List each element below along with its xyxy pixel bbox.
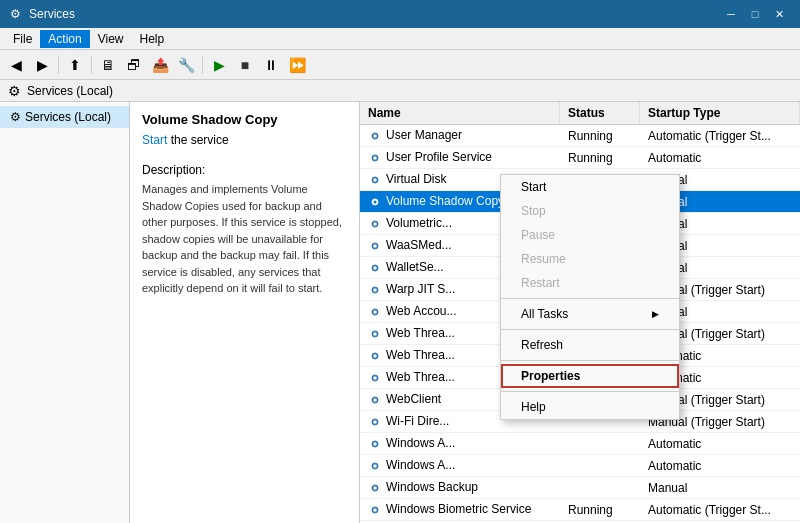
- content-area: Volume Shadow Copy Start the service Des…: [130, 102, 800, 523]
- description-label: Description:: [142, 163, 347, 177]
- svg-point-23: [374, 376, 377, 379]
- forward-button[interactable]: ▶: [30, 53, 54, 77]
- menu-help[interactable]: Help: [132, 30, 173, 48]
- service-name-text: Windows Biometric Service: [386, 502, 531, 516]
- service-icon: [368, 151, 382, 165]
- svg-point-13: [374, 266, 377, 269]
- address-bar: ⚙ Services (Local): [0, 80, 800, 102]
- service-icon: [368, 349, 382, 363]
- svg-point-3: [374, 156, 377, 159]
- svg-point-27: [374, 420, 377, 423]
- context-menu-item-ctx-properties[interactable]: Properties: [501, 364, 679, 388]
- service-status-cell: [560, 420, 640, 424]
- service-name-text: Web Threa...: [386, 370, 455, 384]
- context-menu-item-ctx-help[interactable]: Help: [501, 395, 679, 419]
- main-area: ⚙ Services (Local) Volume Shadow Copy St…: [0, 102, 800, 523]
- properties-button[interactable]: 🔧: [174, 53, 198, 77]
- toolbar-sep-1: [58, 56, 59, 74]
- service-icon: [368, 129, 382, 143]
- service-name-text: User Manager: [386, 128, 462, 142]
- context-menu-item-ctx-restart: Restart: [501, 271, 679, 295]
- service-name-cell: Windows Biometric Service: [360, 500, 560, 519]
- service-name-cell: User Profile Service: [360, 148, 560, 167]
- address-icon: ⚙: [8, 83, 21, 99]
- service-icon: [368, 327, 382, 341]
- context-menu-item-ctx-start[interactable]: Start: [501, 175, 679, 199]
- context-menu-item-label: All Tasks: [521, 307, 568, 321]
- toolbar-sep-2: [91, 56, 92, 74]
- table-row[interactable]: Windows A...Automatic: [360, 455, 800, 477]
- service-icon: [368, 393, 382, 407]
- menu-file[interactable]: File: [5, 30, 40, 48]
- selected-service-name: Volume Shadow Copy: [142, 112, 347, 127]
- start-service-link[interactable]: Start: [142, 133, 167, 147]
- title-bar-controls: ─ □ ✕: [720, 5, 790, 23]
- service-name-text: Windows A...: [386, 436, 455, 450]
- service-name-cell: Windows Backup: [360, 478, 560, 497]
- new-window-button[interactable]: 🗗: [122, 53, 146, 77]
- service-startup-cell: Manual: [640, 479, 800, 497]
- service-name-text: Windows Backup: [386, 480, 478, 494]
- context-menu-separator: [501, 329, 679, 330]
- context-menu-separator: [501, 391, 679, 392]
- table-row[interactable]: Windows BackupManual: [360, 477, 800, 499]
- service-icon: [368, 481, 382, 495]
- table-row[interactable]: Windows Biometric ServiceRunningAutomati…: [360, 499, 800, 521]
- service-startup-cell: Automatic: [640, 149, 800, 167]
- col-header-status[interactable]: Status: [560, 102, 640, 124]
- context-menu-item-ctx-refresh[interactable]: Refresh: [501, 333, 679, 357]
- menu-bar: File Action View Help: [0, 28, 800, 50]
- service-name-text: WaaSMed...: [386, 238, 452, 252]
- export-button[interactable]: 📤: [148, 53, 172, 77]
- col-header-startup[interactable]: Startup Type: [640, 102, 800, 124]
- context-menu-separator: [501, 360, 679, 361]
- svg-point-33: [374, 486, 377, 489]
- title-bar: ⚙ Services ─ □ ✕: [0, 0, 800, 28]
- restart-service-button[interactable]: ⏩: [285, 53, 309, 77]
- service-startup-cell: Automatic (Trigger St...: [640, 501, 800, 519]
- start-service-button[interactable]: ▶: [207, 53, 231, 77]
- menu-action[interactable]: Action: [40, 30, 89, 48]
- service-icon: [368, 261, 382, 275]
- table-row[interactable]: User ManagerRunningAutomatic (Trigger St…: [360, 125, 800, 147]
- stop-service-button[interactable]: ■: [233, 53, 257, 77]
- sidebar-item-services-local[interactable]: ⚙ Services (Local): [0, 106, 129, 128]
- service-name-text: Web Threa...: [386, 348, 455, 362]
- maximize-button[interactable]: □: [744, 5, 766, 23]
- svg-point-25: [374, 398, 377, 401]
- service-name-text: Wi-Fi Dire...: [386, 414, 449, 428]
- col-header-name[interactable]: Name: [360, 102, 560, 124]
- service-name-text: Web Threa...: [386, 326, 455, 340]
- sidebar-item-label: Services (Local): [25, 110, 111, 124]
- service-status-cell: Running: [560, 127, 640, 145]
- service-icon: [368, 459, 382, 473]
- svg-point-21: [374, 354, 377, 357]
- service-startup-cell: Automatic: [640, 435, 800, 453]
- service-icon: [368, 173, 382, 187]
- service-icon: [368, 415, 382, 429]
- service-startup-cell: Automatic: [640, 457, 800, 475]
- pause-service-button[interactable]: ⏸: [259, 53, 283, 77]
- service-icon: [368, 217, 382, 231]
- back-button[interactable]: ◀: [4, 53, 28, 77]
- service-status-cell: [560, 464, 640, 468]
- svg-point-5: [374, 178, 377, 181]
- service-name-text: Windows A...: [386, 458, 455, 472]
- table-row[interactable]: Windows A...Automatic: [360, 433, 800, 455]
- service-detail-panel: Volume Shadow Copy Start the service Des…: [130, 102, 360, 523]
- service-name-text: Virtual Disk: [386, 172, 446, 186]
- minimize-button[interactable]: ─: [720, 5, 742, 23]
- up-button[interactable]: ⬆: [63, 53, 87, 77]
- close-button[interactable]: ✕: [768, 5, 790, 23]
- show-hide-console-button[interactable]: 🖥: [96, 53, 120, 77]
- service-icon: [368, 305, 382, 319]
- address-text: Services (Local): [27, 84, 113, 98]
- toolbar-sep-3: [202, 56, 203, 74]
- context-menu-item-ctx-all-tasks[interactable]: All Tasks▶: [501, 302, 679, 326]
- table-row[interactable]: User Profile ServiceRunningAutomatic: [360, 147, 800, 169]
- menu-view[interactable]: View: [90, 30, 132, 48]
- svg-point-17: [374, 310, 377, 313]
- start-service-link-area: Start the service: [142, 133, 347, 147]
- service-status-cell: Running: [560, 501, 640, 519]
- services-list: Name Status Startup Type User ManagerRun…: [360, 102, 800, 523]
